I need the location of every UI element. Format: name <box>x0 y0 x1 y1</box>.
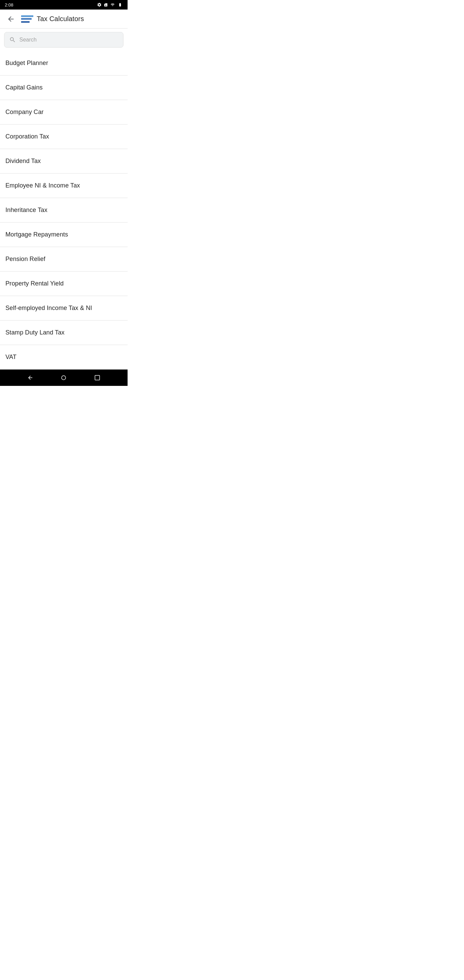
list-item-pension-relief[interactable]: Pension Relief <box>0 247 127 272</box>
list-item-label-pension-relief: Pension Relief <box>5 256 45 263</box>
list-item-label-self-employed-income-tax-ni: Self-employed Income Tax & NI <box>5 305 92 312</box>
list-item-label-stamp-duty-land-tax: Stamp Duty Land Tax <box>5 329 65 336</box>
list-item-dividend-tax[interactable]: Dividend Tax <box>0 149 127 173</box>
status-bar: 2:08 <box>0 0 127 10</box>
list-item-capital-gains[interactable]: Capital Gains <box>0 76 127 100</box>
nav-recent-button[interactable] <box>92 372 103 383</box>
list-item-inheritance-tax[interactable]: Inheritance Tax <box>0 198 127 223</box>
sim-icon <box>104 2 108 7</box>
status-icons <box>97 2 123 7</box>
list-item-company-car[interactable]: Company Car <box>0 100 127 124</box>
list-item-budget-planner[interactable]: Budget Planner <box>0 51 127 76</box>
list-item-label-employee-ni-income-tax: Employee NI & Income Tax <box>5 182 80 189</box>
app-logo <box>21 14 33 24</box>
logo-line-3 <box>21 21 30 23</box>
list-container: Budget PlannerCapital GainsCompany CarCo… <box>0 51 127 369</box>
nav-back-icon <box>27 375 33 381</box>
status-time: 2:08 <box>5 2 13 8</box>
back-button[interactable] <box>4 12 18 26</box>
logo-line-1 <box>21 15 33 17</box>
back-arrow-icon <box>7 15 15 23</box>
list-item-label-budget-planner: Budget Planner <box>5 60 48 67</box>
search-box <box>4 32 124 48</box>
search-container <box>0 29 127 51</box>
list-item-corporation-tax[interactable]: Corporation Tax <box>0 124 127 149</box>
nav-recent-icon <box>94 375 100 381</box>
list-item-mortgage-repayments[interactable]: Mortgage Repayments <box>0 223 127 247</box>
list-item-stamp-duty-land-tax[interactable]: Stamp Duty Land Tax <box>0 321 127 345</box>
list-item-self-employed-income-tax-ni[interactable]: Self-employed Income Tax & NI <box>0 296 127 321</box>
list-item-label-property-rental-yield: Property Rental Yield <box>5 280 64 287</box>
svg-point-0 <box>62 375 66 380</box>
list-item-label-corporation-tax: Corporation Tax <box>5 133 49 140</box>
nav-home-button[interactable] <box>58 372 69 383</box>
list-item-property-rental-yield[interactable]: Property Rental Yield <box>0 272 127 296</box>
svg-rect-1 <box>95 375 100 380</box>
list-item-employee-ni-income-tax[interactable]: Employee NI & Income Tax <box>0 173 127 198</box>
nav-bar <box>0 369 127 386</box>
app-bar: Tax Calculators <box>0 10 127 29</box>
list-item-label-company-car: Company Car <box>5 108 43 116</box>
settings-icon <box>97 2 102 7</box>
wifi-icon <box>110 3 115 7</box>
list-item-vat[interactable]: VAT <box>0 345 127 369</box>
list-item-label-inheritance-tax: Inheritance Tax <box>5 207 47 214</box>
list-item-label-vat: VAT <box>5 353 17 361</box>
battery-icon <box>118 3 123 7</box>
list-item-label-dividend-tax: Dividend Tax <box>5 158 41 165</box>
nav-back-button[interactable] <box>25 372 36 383</box>
app-bar-title: Tax Calculators <box>37 15 84 23</box>
nav-home-icon <box>60 375 67 381</box>
search-icon <box>9 37 16 43</box>
search-input[interactable] <box>19 37 118 43</box>
list-item-label-capital-gains: Capital Gains <box>5 84 43 91</box>
list-item-label-mortgage-repayments: Mortgage Repayments <box>5 231 68 238</box>
logo-line-2 <box>21 18 32 20</box>
